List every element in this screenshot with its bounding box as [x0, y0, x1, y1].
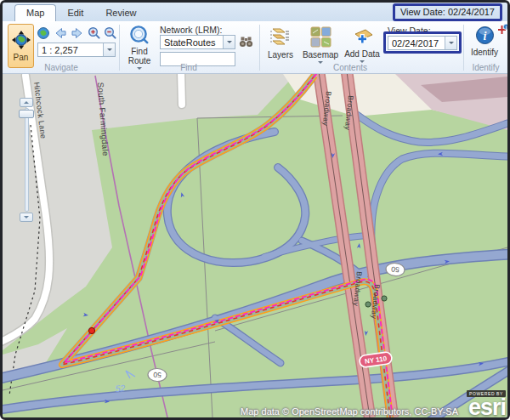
down-triangle-icon — [24, 216, 29, 221]
group-separator — [259, 25, 260, 71]
view-date-input[interactable] — [388, 37, 445, 49]
add-data-button[interactable]: Add Data — [342, 26, 382, 65]
scale-dropdown-button[interactable] — [103, 43, 115, 56]
intersection-point-marker[interactable] — [382, 296, 387, 301]
route-shield-50-lower: 50 — [148, 368, 167, 382]
basemap-button[interactable]: Basemap — [301, 26, 340, 66]
map-graphics: 50 50 NY 110 52 Hitchcock Lane South Far… — [3, 74, 507, 417]
find-route-icon — [129, 25, 150, 47]
back-arrow-icon[interactable] — [54, 26, 67, 40]
svg-text:52: 52 — [115, 383, 126, 394]
basemap-icon — [310, 26, 332, 49]
view-date-label: View Date: — [388, 26, 431, 36]
scale-combobox[interactable] — [37, 43, 116, 57]
zoom-slider-up-button[interactable] — [20, 98, 33, 107]
identify-group-label: Identify — [464, 63, 507, 72]
full-extent-globe-icon[interactable] — [37, 26, 50, 40]
layers-button[interactable]: Layers — [263, 26, 298, 60]
add-data-icon — [351, 26, 374, 48]
map-attribution: Map data © OpenStreetMap contributors, C… — [241, 406, 458, 417]
pan-label: Pan — [14, 53, 29, 62]
view-date-callout: View Date: 02/24/2017 — [393, 3, 502, 21]
view-date-combobox[interactable] — [388, 36, 457, 50]
network-combobox[interactable] — [160, 35, 235, 49]
layers-icon — [269, 26, 292, 49]
esri-logo: POWERED BY esri — [458, 383, 506, 417]
tab-map[interactable]: Map — [14, 4, 56, 21]
add-data-label: Add Data — [344, 49, 380, 59]
identify-button[interactable]: i Identify — [468, 26, 502, 57]
intersection-point-marker[interactable] — [366, 302, 371, 307]
map-zoom-slider — [19, 98, 34, 222]
binoculars-icon[interactable] — [239, 36, 253, 48]
pan-globe-icon — [12, 31, 31, 51]
identify-label: Identify — [471, 48, 498, 57]
identify-route-tool-icon[interactable]: i — [497, 24, 509, 36]
navigate-group-label: Navigate — [6, 63, 116, 72]
identify-icon: i — [475, 26, 495, 47]
zoom-out-icon[interactable] — [104, 26, 117, 40]
forward-arrow-icon[interactable] — [71, 26, 84, 40]
find-group-label: Find — [121, 63, 257, 72]
network-dropdown-button[interactable] — [223, 36, 235, 48]
app-window: Map Edit Review View Date: 02/24/2017 Pa… — [0, 0, 510, 420]
ribbon: Pan Navigate Find Route — [3, 21, 507, 74]
zoom-slider-handle[interactable] — [19, 110, 34, 118]
svg-text:50: 50 — [391, 265, 400, 275]
network-lrm-label: Network (LRM): — [160, 25, 223, 35]
up-triangle-icon — [24, 99, 29, 104]
basemap-label: Basemap — [303, 50, 338, 60]
group-separator — [119, 25, 120, 71]
network-input[interactable] — [161, 36, 223, 48]
pan-button[interactable]: Pan — [8, 24, 34, 68]
zoom-slider-down-button[interactable] — [20, 213, 33, 222]
ribbon-tabbar: Map Edit Review View Date: 02/24/2017 — [3, 3, 507, 21]
zoom-in-icon[interactable] — [88, 26, 101, 40]
svg-text:50: 50 — [153, 371, 162, 379]
zoom-slider-track[interactable] — [25, 108, 29, 212]
route-start-point-marker[interactable] — [88, 327, 94, 333]
view-date-dropdown-button[interactable] — [445, 37, 456, 49]
tab-review[interactable]: Review — [94, 5, 147, 21]
layers-label: Layers — [268, 50, 293, 60]
scale-input[interactable] — [38, 43, 103, 56]
tab-edit[interactable]: Edit — [56, 5, 94, 21]
contents-group-label: Contents — [261, 63, 439, 72]
esri-wordmark: esri — [458, 397, 506, 417]
svg-text:i: i — [483, 30, 486, 43]
map-canvas[interactable]: 50 50 NY 110 52 Hitchcock Lane South Far… — [3, 74, 507, 417]
